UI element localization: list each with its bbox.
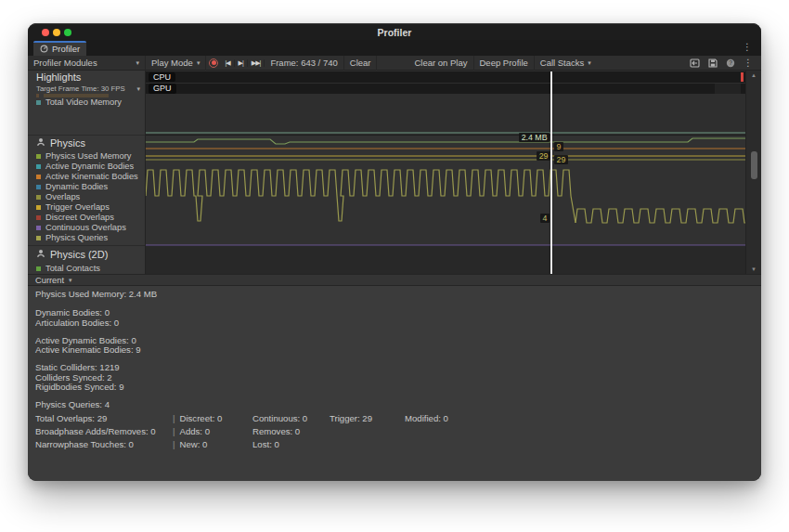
legend-item-continuous-overlaps[interactable]: Continuous Overlaps <box>36 223 126 232</box>
tab-bar: Profiler ⋮ <box>28 40 761 56</box>
module-separator <box>28 135 146 136</box>
stat-cell: Broadphase Adds/Removes: 0 <box>35 426 156 436</box>
legend-swatch <box>36 154 41 159</box>
legend-label: Discreet Overlaps <box>45 213 114 222</box>
legend-swatch <box>36 205 41 210</box>
physics2d-title: Physics (2D) <box>50 249 108 260</box>
value-chip-used-memory: 2.4 MB <box>519 133 550 142</box>
chevron-down-icon: ▾ <box>69 277 72 284</box>
physics2d-module-header[interactable]: Physics (2D) <box>36 249 108 260</box>
physics-title: Physics <box>50 137 85 149</box>
physics-module-header[interactable]: Physics <box>36 137 85 149</box>
toolbar: Profiler Modules ▾ Play Mode ▾ |◀ ▶| ▶▶|… <box>28 56 761 71</box>
chevron-down-icon: ▾ <box>197 59 200 67</box>
legend-item-active-kinematic-bodies[interactable]: Active Kinematic Bodies <box>36 172 138 181</box>
record-button[interactable] <box>209 58 218 68</box>
legend-item-total-video-memory[interactable]: Total Video Memory <box>36 97 122 107</box>
legend-item-discreet-overlaps[interactable]: Discreet Overlaps <box>36 213 114 222</box>
cpu-track-label: CPU <box>149 72 175 83</box>
toolbar-menu-kebab-icon[interactable]: ⋮ <box>744 58 753 68</box>
legend-label: Total Contacts <box>45 264 100 273</box>
profiler-modules-dropdown[interactable]: Profiler Modules ▾ <box>28 56 146 71</box>
cpu-timeline-track[interactable]: CPU <box>146 71 745 83</box>
column-divider: | <box>173 439 175 449</box>
legend-swatch <box>36 215 41 220</box>
load-profile-icon[interactable] <box>690 58 700 68</box>
save-profile-icon[interactable] <box>708 58 718 68</box>
gpu-track-highlight <box>715 84 741 94</box>
column-divider: | <box>173 413 175 423</box>
scrollbar-thumb[interactable] <box>751 151 757 179</box>
legend-swatch <box>36 175 41 179</box>
record-icon <box>212 60 216 65</box>
last-frame-button[interactable]: ▶▶| <box>248 59 265 67</box>
legend-label: Overlaps <box>45 192 80 201</box>
clear-on-play-label: Clear on Play <box>414 58 467 68</box>
legend-item-physics-used-memory[interactable]: Physics Used Memory <box>36 151 131 161</box>
play-mode-dropdown[interactable]: Play Mode ▾ <box>146 56 206 71</box>
legend-swatch <box>36 100 41 105</box>
legend-label: Continuous Overlaps <box>45 223 126 232</box>
vertical-scrollbar[interactable]: ▲ ▼ <box>745 71 761 274</box>
chevron-down-icon: ▾ <box>136 85 140 93</box>
frame-counter-label: Frame: 643 / 740 <box>270 58 337 68</box>
next-frame-button[interactable]: ▶| <box>235 59 248 67</box>
legend-item-dynamic-bodies[interactable]: Dynamic Bodies <box>36 182 108 191</box>
legend-item-active-dynamic-bodies[interactable]: Active Dynamic Bodies <box>36 162 134 171</box>
title-bar: Profiler <box>28 23 761 40</box>
highlights-module-header[interactable]: Highlights <box>36 71 81 83</box>
clear-button[interactable]: Clear <box>344 56 378 71</box>
gpu-timeline-track[interactable]: GPU <box>146 84 745 95</box>
help-icon[interactable]: ? <box>726 58 735 68</box>
value-chip-kinematic: 9 <box>554 142 563 151</box>
detail-line: Physics Used Memory: 2.4 MB <box>35 290 157 299</box>
legend-label: Physics Queries <box>45 233 108 242</box>
selected-frame-playhead[interactable] <box>550 71 552 274</box>
gpu-track-label: GPU <box>149 84 176 94</box>
call-stacks-dropdown[interactable]: Call Stacks ▾ <box>535 56 597 71</box>
value-chip-overlaps: 29 <box>554 155 568 164</box>
stat-cell: Removes: 0 <box>252 426 300 436</box>
stat-cell: Modified: 0 <box>405 413 448 423</box>
legend-label: Total Video Memory <box>45 97 122 107</box>
deep-profile-toggle[interactable]: Deep Profile <box>474 56 535 71</box>
legend-swatch <box>36 164 41 169</box>
legend-swatch <box>36 236 41 240</box>
physics-details-panel: Physics Used Memory: 2.4 MB Dynamic Bodi… <box>28 286 761 481</box>
details-toolbar: Current ▾ <box>28 274 761 286</box>
details-view-dropdown[interactable]: Current ▾ <box>28 276 80 285</box>
clear-on-play-toggle[interactable]: Clear on Play <box>408 56 473 71</box>
legend-label: Dynamic Bodies <box>45 182 108 191</box>
previous-frame-button[interactable]: |◀ <box>221 59 234 67</box>
detail-line: Physics Queries: 4 <box>35 400 157 409</box>
legend-item-trigger-overlaps[interactable]: Trigger Overlaps <box>36 202 110 212</box>
play-mode-label: Play Mode <box>151 58 193 68</box>
legend-label: Physics Used Memory <box>45 151 131 161</box>
legend-item-physics-queries[interactable]: Physics Queries <box>36 233 108 242</box>
profiler-charts-pane: Highlights Target Frame Time: 30 FPS ▾ T… <box>28 71 761 274</box>
legend-item-overlaps[interactable]: Overlaps <box>36 192 80 201</box>
stat-cell: Lost: 0 <box>252 439 279 449</box>
profiler-window: Profiler Profiler ⋮ Profiler Modules ▾ P… <box>28 23 761 481</box>
target-frame-time-dropdown[interactable]: Target Frame Time: 30 FPS ▾ <box>36 84 140 93</box>
physics2d-icon <box>36 249 45 260</box>
tab-profiler[interactable]: Profiler <box>33 41 86 56</box>
broadphase-stats-row: Broadphase Adds/Removes: 0 |Adds: 0 Remo… <box>28 426 761 435</box>
scroll-down-icon[interactable]: ▼ <box>746 266 761 272</box>
tab-label: Profiler <box>52 44 80 54</box>
frame-chart-area[interactable]: CPU GPU 2.4 MB 9 29 29 4 <box>146 71 745 274</box>
legend-label: Active Dynamic Bodies <box>45 162 134 171</box>
stat-cell: Narrowphase Touches: 0 <box>35 439 134 449</box>
narrowphase-stats-row: Narrowphase Touches: 0 |New: 0 Lost: 0 <box>28 439 761 448</box>
legend-swatch <box>36 266 41 271</box>
legend-label: Active Kinematic Bodies <box>45 172 138 181</box>
scroll-up-icon[interactable]: ▲ <box>746 72 761 78</box>
clear-label: Clear <box>350 58 371 68</box>
legend-item-total-contacts[interactable]: Total Contacts <box>36 264 100 273</box>
tab-menu-kebab-icon[interactable]: ⋮ <box>743 42 752 52</box>
stat-cell: |New: 0 <box>173 439 207 449</box>
legend-swatch <box>36 226 41 230</box>
window-title: Profiler <box>28 27 761 38</box>
frame-counter: Frame: 643 / 740 <box>265 56 343 71</box>
tab-accent-stripe <box>33 41 86 43</box>
